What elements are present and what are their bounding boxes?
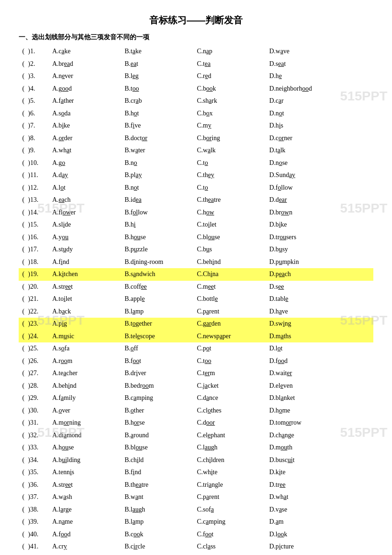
option-b: B.child (125, 455, 197, 466)
option-d: D.he (269, 71, 373, 82)
option-a: A.house (52, 442, 125, 454)
question-row: ( )32. A.diamond B.around C.elephant D.c… (19, 429, 373, 442)
option-b: B.find (125, 467, 197, 478)
option-a: A.teacher (52, 368, 125, 379)
option-a: A.street (52, 281, 125, 293)
paren: ( (19, 244, 28, 256)
option-c: C.meet (197, 281, 269, 293)
question-number: )21. (28, 293, 52, 305)
option-c: C.dance (197, 392, 269, 404)
option-d: D.swing (269, 318, 373, 330)
option-c: C.toilet (197, 219, 269, 231)
option-a: A.wash (52, 491, 125, 503)
question-list: ( )1. A.cake B.take C.nap D.wave ( )2. A… (19, 45, 373, 555)
question-number: )26. (28, 356, 52, 367)
option-a: A.go (52, 157, 125, 169)
option-a: A.bread (52, 58, 125, 70)
option-d: D.peach (269, 269, 373, 280)
option-d: D.pumpkin (269, 256, 373, 268)
paren: ( (19, 343, 28, 355)
option-a: A.father (52, 95, 125, 107)
question-row: ( )22. A.back B.lamp C.parent D.have (19, 306, 373, 318)
option-a: A.slide (52, 219, 125, 231)
option-c: C.garden (197, 318, 269, 330)
question-number: )14. (28, 207, 52, 219)
paren: ( (19, 170, 28, 181)
question-number: )35. (28, 467, 52, 478)
option-b: B.telescope (125, 331, 197, 342)
option-c: C.tea (197, 58, 269, 70)
option-c: C.box (197, 108, 269, 120)
question-row: ( )10. A.go B.no C.to D.nose (19, 157, 373, 170)
option-c: C.to (197, 157, 269, 169)
option-c: C.red (197, 71, 269, 82)
question-number: )16. (28, 232, 52, 243)
question-number: )5. (28, 95, 52, 107)
option-c: C.white (197, 467, 269, 478)
question-number: )3. (28, 71, 52, 82)
paren: ( (19, 405, 28, 417)
paren: ( (19, 504, 28, 516)
option-d: D.tree (269, 479, 373, 491)
question-row: ( )35. A.tennis B.find C.white D.kite (19, 466, 373, 479)
question-row: ( )31. A.morning B.horse C.door D.tomorr… (19, 417, 373, 429)
option-b: B.circle (125, 541, 197, 553)
question-number: )8. (28, 133, 52, 144)
question-row: ( )42. A.thing B.theatre C.bathroom D.th… (19, 553, 373, 555)
option-a: A.lot (52, 182, 125, 194)
question-row: ( )27. A.teacher B.driver C.term D.waite… (19, 367, 373, 380)
question-number: )10. (28, 157, 52, 169)
option-c: C.theatre (197, 194, 269, 206)
option-c: C.clothes (197, 405, 269, 417)
question-row: ( )14. A.flower B.follow C.how D.brown (19, 206, 373, 219)
question-number: )7. (28, 120, 52, 132)
option-d: D.bike (269, 219, 373, 231)
paren: ( (19, 219, 28, 231)
paren: ( (19, 58, 28, 70)
option-c: C.newspaper (197, 331, 269, 342)
option-b: B.foot (125, 356, 197, 367)
question-number: )18. (28, 256, 52, 268)
option-b: B.want (125, 491, 197, 503)
option-d: D.see (269, 281, 373, 293)
option-b: B.eat (125, 58, 197, 70)
option-d: D.eleven (269, 380, 373, 392)
option-b: B.laugh (125, 504, 197, 516)
paren: ( (19, 194, 28, 206)
option-d: D.his (269, 120, 373, 132)
option-a: A.study (52, 244, 125, 256)
paren: ( (19, 318, 28, 330)
question-number: )41. (28, 541, 52, 553)
question-number: )37. (28, 491, 52, 503)
option-b: B.play (125, 170, 197, 181)
option-d: D.talk (269, 145, 373, 157)
option-d: D.car (269, 95, 373, 107)
question-row: ( )7. A.bike B.five C.my D.his (19, 120, 373, 132)
paren: ( (19, 442, 28, 454)
option-c: C.parent (197, 491, 269, 503)
option-d: D.waiter (269, 368, 373, 379)
question-number: )2. (28, 58, 52, 70)
option-d: D.change (269, 430, 373, 441)
question-number: )28. (28, 380, 52, 392)
option-a: A.diamond (52, 430, 125, 441)
option-b: B.theatre (125, 479, 197, 491)
question-row: ( )34. A.building B.child C.children D.b… (19, 454, 373, 467)
option-a: A.each (52, 194, 125, 206)
option-d: D.neighborhood (269, 83, 373, 95)
option-c: C.pot (197, 343, 269, 355)
paren: ( (19, 430, 28, 441)
option-c: C.how (197, 207, 269, 219)
question-number: )24. (28, 331, 52, 342)
question-row: ( )12. A.lot B.not C.to D.follow (19, 182, 373, 194)
option-a: A.behind (52, 380, 125, 392)
option-c: C.they (197, 170, 269, 181)
option-c: C.too (197, 356, 269, 367)
option-a: A.soda (52, 108, 125, 120)
option-d: D.food (269, 356, 373, 367)
option-d: D.wave (269, 46, 373, 57)
paren: ( (19, 306, 28, 318)
option-a: A.family (52, 392, 125, 404)
option-a: A.find (52, 256, 125, 268)
option-c: C.class (197, 541, 269, 553)
